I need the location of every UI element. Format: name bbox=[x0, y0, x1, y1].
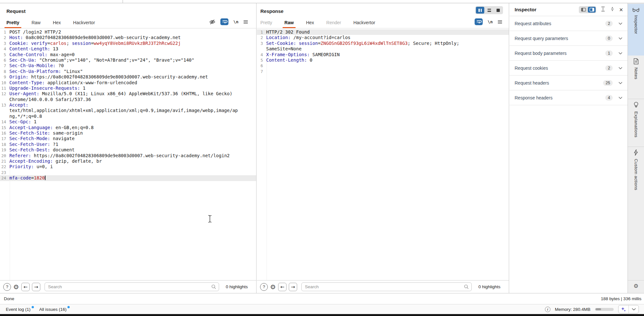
response-search-input[interactable] bbox=[301, 282, 472, 291]
wrap-text-icon[interactable] bbox=[475, 18, 483, 25]
code-line[interactable]: 22Priority: u=0, i bbox=[0, 164, 256, 169]
request-tab-hex[interactable]: Hex bbox=[53, 20, 61, 25]
code-line[interactable]: 16Sec-Fetch-Site: same-origin bbox=[0, 130, 256, 136]
code-line[interactable]: 24mfa-code=1820 bbox=[0, 175, 256, 181]
request-tab-raw[interactable]: Raw bbox=[32, 20, 41, 25]
code-line[interactable]: 2Location: /my-account?id=carlos bbox=[257, 35, 509, 40]
ai-sparkle-button[interactable] bbox=[619, 305, 629, 313]
inspector-section-request-cookies[interactable]: Request cookies 2 bbox=[509, 61, 628, 76]
dock-left-icon[interactable] bbox=[579, 7, 587, 13]
response-tab-render[interactable]: Render bbox=[326, 20, 341, 25]
line-number: 7 bbox=[0, 63, 8, 68]
code-line[interactable]: 3Cookie: verify=carlos; session=ww4yqY8V… bbox=[0, 41, 256, 46]
code-line[interactable]: 15Accept-Language: en-GB,en;q=0.8 bbox=[0, 125, 256, 130]
response-search-bar: ? ⚙ ← → 0 highlights bbox=[257, 280, 509, 293]
line-number: 16 bbox=[0, 130, 8, 136]
settings-gear-icon[interactable]: ⚙ bbox=[628, 283, 644, 289]
layout-combined-button[interactable] bbox=[494, 7, 502, 14]
code-line[interactable]: 7Sec-Ch-Ua-Mobile: ?0 bbox=[0, 63, 256, 68]
chevron-down-icon bbox=[619, 52, 622, 55]
code-line[interactable]: 7 bbox=[257, 69, 509, 74]
burp-repeater-window: Request Pretty Raw Hex Hackvertor \n 1PO… bbox=[0, 0, 644, 316]
search-previous-button[interactable]: ← bbox=[278, 283, 287, 291]
code-line[interactable]: 10Content-Type: application/x-www-form-u… bbox=[0, 80, 256, 86]
code-line[interactable]: 19Sec-Fetch-Dest: document bbox=[0, 147, 256, 153]
response-tab-hackvertor[interactable]: Hackvertor bbox=[353, 20, 375, 25]
request-tab-hackvertor[interactable]: Hackvertor bbox=[73, 20, 95, 25]
layout-side-by-side-button[interactable] bbox=[476, 7, 484, 14]
response-tab-hex[interactable]: Hex bbox=[306, 20, 314, 25]
count-badge: 2 bbox=[605, 65, 613, 71]
search-help-button[interactable]: ? bbox=[3, 283, 11, 291]
request-editor[interactable]: 1POST /login2 HTTP/22Host: 0a8c002f04828… bbox=[0, 29, 256, 280]
code-line[interactable]: 23 bbox=[0, 170, 256, 175]
newline-marker-icon[interactable]: \n bbox=[233, 19, 238, 24]
newline-marker-icon[interactable]: \n bbox=[488, 19, 493, 24]
strip-tab-inspector[interactable]: Inspector bbox=[628, 4, 644, 56]
code-line[interactable]: 18Sec-Fetch-User: ?1 bbox=[0, 142, 256, 147]
inspector-section-request-headers[interactable]: Request headers 25 bbox=[509, 76, 628, 90]
code-line[interactable]: 1HTTP/2 302 Found bbox=[257, 29, 509, 35]
close-icon[interactable]: × bbox=[619, 6, 623, 13]
line-text: POST /login2 HTTP/2 bbox=[8, 29, 61, 35]
code-line[interactable]: 9Origin: https://0a8c002f04828306809de9e… bbox=[0, 74, 256, 80]
code-line[interactable]: 4Content-Length: 13 bbox=[0, 46, 256, 52]
search-previous-button[interactable]: ← bbox=[21, 283, 30, 291]
all-issues-button[interactable]: All issues (16) bbox=[39, 307, 70, 312]
line-text: Referer: https://0a8c002f04828306809de9e… bbox=[8, 153, 230, 158]
event-log-button[interactable]: Event log (1) bbox=[6, 307, 34, 312]
strip-tab-explanations[interactable]: Explanations bbox=[628, 101, 644, 147]
code-line[interactable]: 2Host: 0a8c002f04828306809de9e8003d0007.… bbox=[0, 35, 256, 40]
request-search-input[interactable] bbox=[45, 282, 219, 291]
line-number: 5 bbox=[0, 52, 8, 57]
search-next-button[interactable]: → bbox=[32, 283, 40, 291]
code-line[interactable]: 20Referer: https://0a8c002f04828306809de… bbox=[0, 153, 256, 158]
inspector-section-request-body-parameters[interactable]: Request body parameters 1 bbox=[509, 46, 628, 61]
code-line[interactable]: 12User-Agent: Mozilla/5.0 (X11; Linux x8… bbox=[0, 91, 256, 97]
dock-right-icon[interactable] bbox=[588, 7, 596, 13]
layout-stacked-button[interactable] bbox=[485, 7, 493, 14]
response-editor[interactable]: 1HTTP/2 302 Found2Location: /my-account?… bbox=[257, 29, 509, 280]
search-next-button[interactable]: → bbox=[289, 283, 297, 291]
editor-menu-icon[interactable] bbox=[243, 20, 248, 24]
code-line[interactable]: text/html,application/xhtml+xml,applicat… bbox=[0, 108, 256, 113]
code-line[interactable]: ng,*/*;q=0.8 bbox=[0, 114, 256, 119]
code-line[interactable]: 6 bbox=[257, 63, 509, 68]
editor-menu-icon[interactable] bbox=[498, 20, 502, 24]
code-line[interactable]: 17Sec-Fetch-Mode: navigate bbox=[0, 136, 256, 141]
response-tab-raw[interactable]: Raw bbox=[285, 20, 294, 25]
code-line[interactable]: SameSite=None bbox=[257, 46, 509, 52]
inspector-section-response-headers[interactable]: Response headers 4 bbox=[509, 90, 628, 105]
inspector-section-request-query-parameters[interactable]: Request query parameters 0 bbox=[509, 31, 628, 46]
line-number: 20 bbox=[0, 153, 8, 158]
code-line[interactable]: 11Upgrade-Insecure-Requests: 1 bbox=[0, 86, 256, 91]
code-line[interactable]: 14Sec-Gpc: 1 bbox=[0, 119, 256, 125]
code-line[interactable]: 13Accept: bbox=[0, 102, 256, 108]
code-line[interactable]: 8Sec-Ch-Ua-Platform: "Linux" bbox=[0, 69, 256, 74]
chevron-down-icon[interactable] bbox=[629, 305, 639, 313]
request-tab-pretty[interactable]: Pretty bbox=[6, 20, 19, 25]
chevron-down-icon bbox=[619, 82, 622, 84]
code-line[interactable]: 5Content-Length: 0 bbox=[257, 57, 509, 63]
collapse-all-icon[interactable] bbox=[610, 6, 615, 13]
code-line[interactable]: 1POST /login2 HTTP/2 bbox=[0, 29, 256, 35]
code-line[interactable]: 21Accept-Encoding: gzip, deflate, br bbox=[0, 158, 256, 164]
search-settings-button[interactable]: ⚙ bbox=[270, 284, 276, 290]
search-settings-button[interactable]: ⚙ bbox=[13, 284, 19, 290]
code-line[interactable]: Chrome/140.0.0.0 Safari/537.36 bbox=[0, 97, 256, 102]
inspector-section-request-attributes[interactable]: Request attributes 2 bbox=[509, 16, 628, 31]
strip-tab-custom-actions[interactable]: Custom actions bbox=[628, 149, 644, 204]
code-line[interactable]: 3Set-Cookie: session=ZNGOSnGB2OSf93gL6iW… bbox=[257, 41, 509, 46]
wrap-text-icon[interactable] bbox=[220, 18, 228, 25]
line-number bbox=[257, 46, 265, 52]
search-help-button[interactable]: ? bbox=[260, 283, 268, 291]
inspector-glasses-icon bbox=[632, 7, 640, 12]
info-icon[interactable]: i bbox=[545, 307, 550, 312]
response-tab-pretty[interactable]: Pretty bbox=[260, 20, 272, 25]
code-line[interactable]: 5Cache-Control: max-age=0 bbox=[0, 52, 256, 57]
code-line[interactable]: 4X-Frame-Options: SAMEORIGIN bbox=[257, 52, 509, 57]
code-line[interactable]: 6Sec-Ch-Ua: "Chromium";v="140", "Not=A?B… bbox=[0, 57, 256, 63]
expand-all-icon[interactable] bbox=[600, 6, 606, 13]
hide-nonprintable-icon[interactable] bbox=[209, 19, 216, 25]
strip-tab-notes[interactable]: Notes bbox=[628, 58, 644, 96]
